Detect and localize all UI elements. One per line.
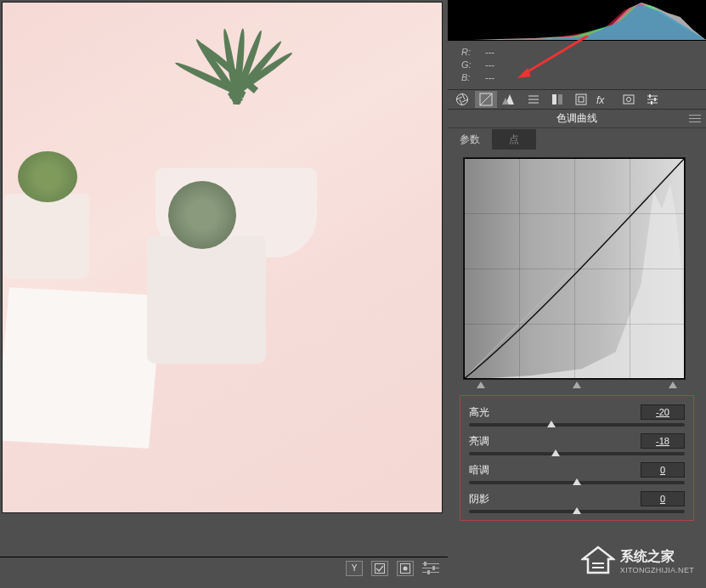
mid-marker[interactable] [573, 382, 581, 388]
svg-rect-22 [654, 98, 656, 101]
highlights-row: 高光 -20 [469, 404, 685, 427]
shadows-label: 阴影 [469, 492, 489, 506]
darks-row: 暗调 0 [469, 462, 685, 484]
panel-icon-bar: fx [448, 89, 706, 110]
point-tab[interactable]: 点 [492, 129, 536, 150]
shadows-row: 阴影 0 [469, 491, 685, 513]
g-readout: G:--- [461, 59, 698, 71]
adjustments-panel: R:--- G:--- B:--- [448, 0, 706, 588]
checkbox-tool-1[interactable] [371, 561, 388, 576]
b-readout: B:--- [461, 71, 698, 84]
shadows-value[interactable]: 0 [641, 491, 685, 506]
panel-title-text: 色调曲线 [556, 111, 597, 126]
highlights-value[interactable]: -20 [641, 404, 685, 420]
panel-menu-icon[interactable] [689, 113, 701, 123]
svg-text:fx: fx [596, 94, 605, 105]
watermark-title: 系统之家 [620, 548, 694, 566]
watermark: 系统之家 XITONGZHIJIA.NET [581, 546, 694, 576]
fx-tab-icon[interactable]: fx [594, 91, 616, 108]
checkbox-tool-2[interactable] [397, 561, 414, 576]
shadows-slider[interactable] [469, 510, 685, 513]
curve-container [448, 150, 706, 392]
svg-point-2 [404, 566, 408, 570]
histogram[interactable] [448, 0, 706, 41]
r-readout: R:--- [461, 46, 698, 59]
svg-rect-14 [576, 94, 586, 105]
lights-label: 亮调 [469, 434, 489, 449]
curve-region-markers[interactable] [463, 382, 691, 388]
svg-rect-24 [651, 101, 652, 105]
tone-curve-chart[interactable] [463, 157, 686, 380]
svg-rect-17 [624, 95, 634, 104]
darks-slider[interactable] [469, 481, 685, 484]
plant-illustration [147, 28, 317, 189]
detail-tab-icon[interactable] [499, 91, 521, 108]
svg-rect-13 [558, 94, 562, 105]
highlights-marker[interactable] [669, 382, 677, 388]
preview-bottom-toolbar: Y [0, 557, 448, 579]
y-axis-button[interactable]: Y [346, 561, 363, 576]
svg-rect-12 [552, 94, 556, 105]
watermark-url: XITONGZHIJIA.NET [620, 566, 694, 574]
watermark-house-icon [581, 546, 615, 576]
color-readout: R:--- G:--- B:--- [448, 41, 706, 89]
hsl-tab-icon[interactable] [522, 91, 545, 108]
split-tone-tab-icon[interactable] [546, 91, 568, 108]
presets-tab-icon[interactable] [641, 91, 664, 108]
highlights-label: 高光 [469, 405, 489, 420]
lights-value[interactable]: -18 [641, 433, 685, 449]
svg-point-5 [457, 94, 468, 105]
lights-row: 亮调 -18 [469, 433, 685, 455]
darks-label: 暗调 [469, 463, 489, 478]
parametric-tab[interactable]: 参数 [448, 129, 492, 150]
panel-header: 色调曲线 [448, 110, 706, 128]
parametric-sliders-panel: 高光 -20 亮调 -18 暗调 0 [460, 395, 694, 521]
lights-slider[interactable] [469, 452, 685, 455]
svg-marker-27 [583, 547, 613, 573]
darks-value[interactable]: 0 [641, 462, 685, 478]
adjustments-icon[interactable] [422, 561, 439, 576]
calibration-tab-icon[interactable] [618, 91, 640, 108]
tone-curve-tab-icon[interactable] [475, 91, 497, 108]
highlights-slider[interactable] [469, 423, 685, 427]
curve-subtabs: 参数 点 [448, 128, 706, 150]
aperture-tab-icon[interactable] [451, 91, 473, 108]
preview-pane: Y [0, 0, 448, 588]
lens-tab-icon[interactable] [570, 91, 592, 108]
image-preview[interactable] [2, 2, 443, 513]
shadows-marker[interactable] [477, 382, 485, 388]
svg-rect-20 [649, 94, 651, 98]
svg-point-18 [627, 98, 631, 102]
svg-rect-15 [579, 97, 584, 102]
